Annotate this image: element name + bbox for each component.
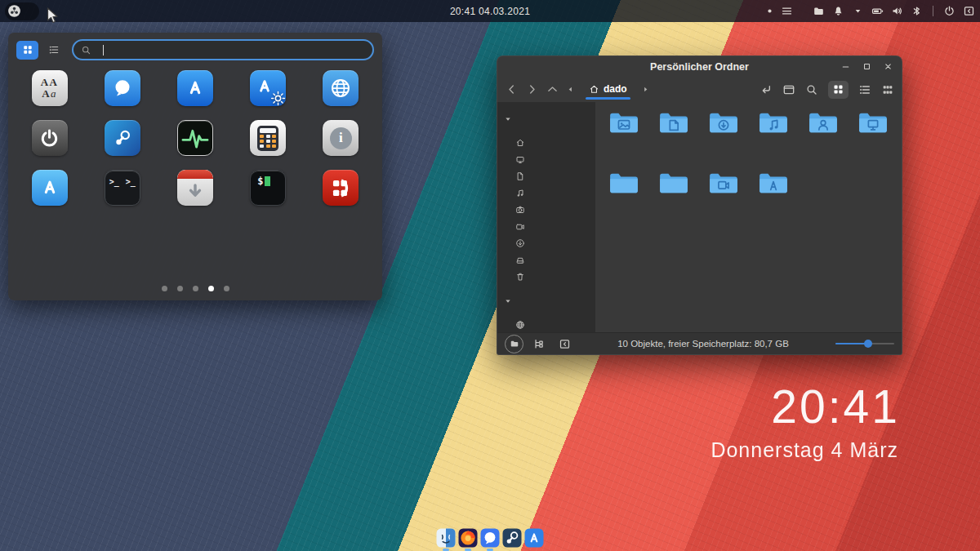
sidebar-item-dateisystem[interactable]: [497, 252, 595, 269]
breadcrumb-next-icon[interactable]: [641, 85, 650, 94]
home-icon: [589, 84, 599, 95]
places-toggle[interactable]: [505, 335, 523, 353]
folder-snap[interactable]: [599, 168, 648, 228]
menu-icon[interactable]: [781, 5, 793, 17]
bluetooth-icon[interactable]: [911, 5, 923, 17]
app-item-tilix[interactable]: >_>_: [86, 170, 158, 211]
files-icon[interactable]: [813, 5, 825, 17]
signal-dock-icon: [480, 528, 500, 548]
folder-grid: [595, 102, 902, 332]
hide-panel-icon[interactable]: [963, 5, 975, 17]
signal-app-icon: [105, 70, 140, 106]
videos-icon: [515, 222, 525, 232]
app-item-fonts[interactable]: AAAa: [13, 70, 86, 111]
app-item-software-sources[interactable]: [232, 70, 305, 111]
app-item-uxterm[interactable]: $: [232, 170, 305, 211]
files-dock-icon: [436, 528, 456, 548]
breadcrumb[interactable]: dado: [581, 82, 635, 97]
sidebar-item-schreibtisch[interactable]: [497, 152, 595, 169]
page-dot-1[interactable]: [162, 286, 167, 291]
sidebar-item-videos[interactable]: [497, 219, 595, 236]
app-item-calculator[interactable]: [232, 120, 305, 161]
app-item-signal[interactable]: [86, 70, 158, 111]
volume-icon[interactable]: [891, 5, 903, 17]
folder-downloads[interactable]: [698, 108, 748, 167]
battery-icon[interactable]: [871, 5, 884, 17]
folder-schreibtisch[interactable]: [849, 108, 898, 167]
app-item-text-editor[interactable]: [13, 170, 86, 211]
folder-steam[interactable]: [648, 168, 698, 228]
app-item-transmission[interactable]: [158, 170, 231, 211]
page-dot-5[interactable]: [224, 286, 229, 291]
sidebar-item-papierkorb[interactable]: [497, 269, 595, 286]
sidebar-item-pers-nlicher-[interactable]: [497, 135, 595, 152]
status-dot-icon[interactable]: [766, 7, 773, 15]
treeview-toggle[interactable]: [532, 338, 545, 350]
clock-date: Donnerstag 4 März: [710, 438, 900, 462]
page-dot-2[interactable]: [177, 286, 183, 291]
terminal-frame-icon: [782, 83, 795, 96]
top-panel: 20:41 04.03.2021: [0, 0, 980, 22]
compact-icon: [881, 83, 894, 96]
power-icon[interactable]: [943, 5, 956, 17]
dock-item-files[interactable]: [436, 528, 456, 548]
folder-bilder[interactable]: [599, 108, 648, 167]
app-item-texinfo[interactable]: i: [305, 120, 377, 161]
app-item-system-monitor[interactable]: [158, 120, 231, 161]
music-icon: [515, 189, 525, 198]
app-menu-header: [8, 33, 382, 62]
sidebar-item-netzwerk[interactable]: [497, 317, 595, 333]
dock-item-firefox[interactable]: [458, 528, 478, 548]
caret-down-icon[interactable]: [852, 5, 864, 17]
breadcrumb-prev-icon[interactable]: [566, 85, 575, 94]
sidebar-item-musik[interactable]: [497, 185, 595, 202]
app-item-preview[interactable]: [305, 170, 377, 211]
texinfo-app-icon: i: [323, 120, 359, 156]
folder--ffentlich[interactable]: [799, 108, 849, 167]
list-view-toggle[interactable]: [42, 41, 65, 60]
titlebar[interactable]: Persönlicher Ordner: [497, 56, 902, 77]
search-input[interactable]: [72, 39, 374, 60]
sidebar-section-1[interactable]: [497, 291, 595, 311]
page-dot-4[interactable]: [208, 286, 214, 291]
search-button[interactable]: [805, 83, 818, 96]
grid-view-toggle[interactable]: [16, 41, 38, 60]
zoom-slider[interactable]: [835, 338, 894, 349]
sidebar-item-downloads[interactable]: [497, 235, 595, 252]
back-button[interactable]: [505, 82, 519, 96]
app-item-software[interactable]: [158, 70, 231, 111]
maximize-button[interactable]: [862, 61, 872, 72]
page-dots: [8, 286, 382, 291]
folder-videos[interactable]: [698, 168, 748, 228]
sidebar-section-0[interactable]: [497, 109, 595, 129]
folder-musik[interactable]: [749, 108, 799, 167]
dock-item-steam[interactable]: [502, 528, 522, 548]
compact-view-toggle[interactable]: [881, 83, 894, 96]
notifications-icon[interactable]: [832, 5, 844, 17]
up-button[interactable]: [546, 82, 559, 96]
app-item-startup[interactable]: [13, 120, 86, 161]
folder-vorlagen[interactable]: [749, 168, 799, 228]
sidebar-item-dokumente[interactable]: [497, 168, 595, 185]
toolbar: dado: [497, 77, 902, 102]
forward-button[interactable]: [525, 82, 539, 96]
page-dot-3[interactable]: [193, 286, 198, 291]
dock-item-signal[interactable]: [480, 528, 500, 548]
close-button[interactable]: [883, 61, 893, 72]
list-view-toggle[interactable]: [858, 83, 871, 96]
dock-item-software[interactable]: [524, 528, 544, 548]
icon-view-toggle[interactable]: [828, 81, 849, 99]
search-icon: [81, 45, 91, 56]
slider-knob[interactable]: [864, 340, 872, 348]
open-terminal-button[interactable]: [782, 83, 795, 96]
status-text: 10 Objekte, freier Speicherplatz: 80,7 G…: [580, 339, 826, 349]
panel-clock[interactable]: 20:41 04.03.2021: [450, 6, 530, 17]
app-item-steam[interactable]: [86, 120, 158, 161]
location-entry-toggle[interactable]: [760, 83, 773, 96]
app-item-languages[interactable]: [305, 70, 377, 111]
folder-dokumente[interactable]: [648, 108, 698, 167]
minimize-button[interactable]: [840, 61, 851, 72]
sidebar-item-bilder[interactable]: [497, 202, 595, 219]
hide-sidebar-button[interactable]: [559, 338, 571, 350]
menu-button[interactable]: [5, 2, 39, 20]
